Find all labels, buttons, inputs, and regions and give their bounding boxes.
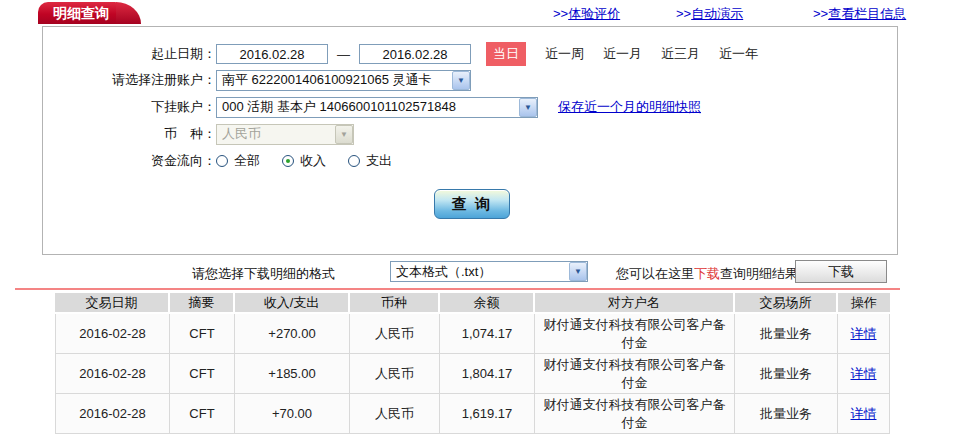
radio-checked-icon[interactable] [282,155,294,167]
flow-direction-row: 资金流向： 全部 收入 支出 [43,150,414,172]
currency-label: 币 种： [43,125,216,143]
register-account-value: 南平 6222001406100921065 灵通卡 [217,71,452,89]
download-hint: 您可以在这里下载查询明细结果 [616,265,798,283]
quick-range-year[interactable]: 近一年 [719,45,758,63]
sub-account-label: 下挂账户： [43,98,216,116]
cell-place: 批量业务 [735,314,838,354]
download-hint-after: 查询明细结果 [720,266,798,281]
page-title: 明细查询 [53,5,109,21]
col-action: 操作 [838,293,890,314]
cell-balance: 1,074.17 [440,314,535,354]
cell-date: 2016-02-28 [55,354,170,394]
start-date-input[interactable] [216,44,328,64]
end-date-input[interactable] [359,44,471,64]
auto-demo-link[interactable]: >>自动演示 [676,5,743,23]
sub-account-row: 下挂账户： 000 活期 基本户 1406600101102571848 ▼ 保… [43,96,701,118]
detail-link[interactable]: 详情 [851,406,877,421]
chevron-down-icon[interactable]: ▼ [569,262,587,281]
table-row: 2016-02-28 CFT +185.00 人民币 1,804.17 财付通支… [55,354,890,394]
cell-summary: CFT [170,394,235,434]
cell-amount: +270.00 [235,314,350,354]
cell-amount: +70.00 [235,394,350,434]
chevron-down-icon[interactable]: ▼ [452,71,470,90]
table-header-row: 交易日期 摘要 收入/支出 币种 余额 对方户名 交易场所 操作 [55,293,890,314]
cell-counterparty: 财付通支付科技有限公司客户备付金 [535,314,735,354]
quick-range-week[interactable]: 近一周 [545,45,584,63]
cell-date: 2016-02-28 [55,314,170,354]
page-title-tab: 明细查询 [38,2,117,24]
cell-summary: CFT [170,354,235,394]
date-range-label: 起止日期： [43,45,216,63]
quick-range-month[interactable]: 近一月 [603,45,642,63]
detail-link[interactable]: 详情 [851,366,877,381]
detail-link[interactable]: 详情 [851,326,877,341]
link-label: 体验评价 [568,6,620,21]
register-account-row: 请选择注册账户： 南平 6222001406100921065 灵通卡 ▼ [43,69,471,91]
flow-radio-income[interactable]: 收入 [282,152,326,170]
link-prefix: >> [813,6,828,21]
cell-amount: +185.00 [235,354,350,394]
link-label: 自动演示 [691,6,743,21]
quick-range-quarter[interactable]: 近三月 [661,45,700,63]
cell-counterparty: 财付通支付科技有限公司客户备付金 [535,394,735,434]
cell-place: 批量业务 [735,394,838,434]
detail-query-page: 明细查询 >>体验评价 >>自动演示 >>查看栏目信息 起止日期： — 当日 近… [0,0,961,447]
col-summary: 摘要 [170,293,235,314]
link-label: 查看栏目信息 [828,6,906,21]
link-prefix: >> [553,6,568,21]
col-balance: 余额 [440,293,535,314]
currency-value: 人民币 [217,125,335,143]
radio-icon[interactable] [348,155,360,167]
col-counterparty: 对方户名 [535,293,735,314]
currency-select: 人民币 ▼ [216,124,354,145]
download-format-value: 文本格式（.txt） [391,263,569,281]
table-row: 2016-02-28 CFT +70.00 人民币 1,619.17 财付通支付… [55,394,890,434]
download-hint-red: 下载 [694,266,720,281]
experience-review-link[interactable]: >>体验评价 [553,5,620,23]
chevron-down-icon[interactable]: ▼ [519,98,537,117]
cell-balance: 1,804.17 [440,354,535,394]
flow-radio-all[interactable]: 全部 [216,152,260,170]
cell-date: 2016-02-28 [55,394,170,434]
sub-account-select[interactable]: 000 活期 基本户 1406600101102571848 ▼ [216,97,538,118]
table-separator-line [15,288,900,290]
download-button[interactable]: 下载 [795,260,887,283]
sub-account-value: 000 活期 基本户 1406600101102571848 [217,98,519,116]
cell-balance: 1,619.17 [440,394,535,434]
flow-direction-label: 资金流向： [43,152,216,170]
col-date: 交易日期 [55,293,170,314]
view-column-info-link[interactable]: >>查看栏目信息 [813,5,906,23]
table-row: 2016-02-28 CFT +270.00 人民币 1,074.17 财付通支… [55,314,890,354]
cell-place: 批量业务 [735,354,838,394]
save-snapshot-link[interactable]: 保存近一个月的明细快照 [558,98,701,116]
quick-range-today[interactable]: 当日 [486,42,526,66]
col-amount: 收入/支出 [235,293,350,314]
chevron-down-icon: ▼ [335,125,353,144]
query-form-panel: 起止日期： — 当日 近一周 近一月 近三月 近一年 请选择注册账户： 南平 6… [42,26,898,255]
radio-icon[interactable] [216,155,228,167]
query-button[interactable]: 查 询 [434,189,510,219]
register-account-label: 请选择注册账户： [43,71,216,89]
register-account-select[interactable]: 南平 6222001406100921065 灵通卡 ▼ [216,70,471,91]
date-dash: — [337,47,350,62]
date-range-row: 起止日期： — 当日 近一周 近一月 近三月 近一年 [43,43,758,65]
link-prefix: >> [676,6,691,21]
download-hint-before: 您可以在这里 [616,266,694,281]
cell-currency: 人民币 [350,314,440,354]
flow-radio-expense[interactable]: 支出 [348,152,392,170]
flow-radio-expense-label: 支出 [366,152,392,170]
currency-row: 币 种： 人民币 ▼ [43,123,354,145]
flow-radio-income-label: 收入 [300,152,326,170]
cell-counterparty: 财付通支付科技有限公司客户备付金 [535,354,735,394]
cell-currency: 人民币 [350,394,440,434]
transactions-table: 交易日期 摘要 收入/支出 币种 余额 对方户名 交易场所 操作 2016-02… [55,293,890,434]
col-currency: 币种 [350,293,440,314]
col-place: 交易场所 [735,293,838,314]
cell-summary: CFT [170,314,235,354]
cell-currency: 人民币 [350,354,440,394]
flow-radio-all-label: 全部 [234,152,260,170]
download-format-label: 请您选择下载明细的格式 [192,265,335,283]
download-format-select[interactable]: 文本格式（.txt） ▼ [390,261,588,282]
